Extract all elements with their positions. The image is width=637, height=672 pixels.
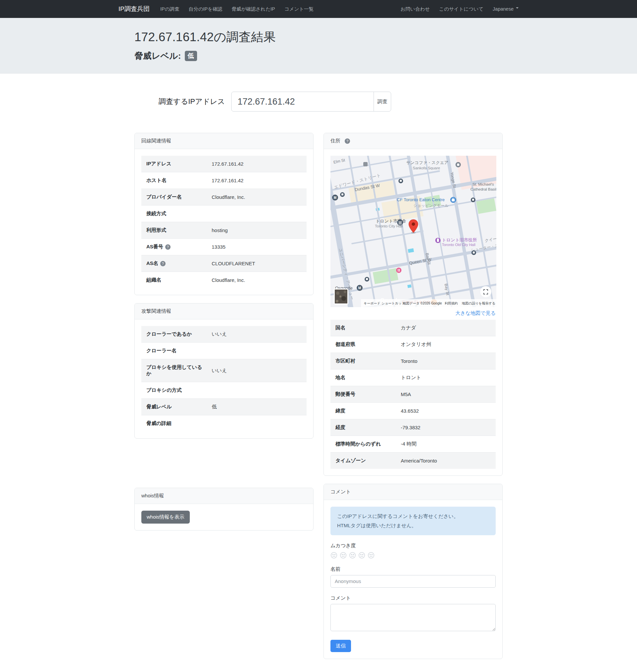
row-value: CLOUDFLARENET [212,255,307,272]
comment-notice: このIPアドレスに関するコメントをお寄せください。 HTMLタグは使用いただけま… [330,507,496,535]
anger-face-icon[interactable] [368,552,375,559]
svg-text:M: M [334,196,336,199]
row-label: 経度 [330,419,401,436]
table-row: 郵便番号M5A [330,386,496,403]
language-dropdown[interactable]: Japanese [493,6,518,12]
report-error-link[interactable]: 地図の誤りを報告する [461,301,495,305]
row-value: オンタリオ州 [401,336,496,353]
svg-text:ショッピングモール: ショッピングモール [413,204,449,208]
address-card: 住所 ? [324,133,503,476]
table-row: クローラー名 [141,343,307,359]
row-value [212,382,307,399]
notice-line: HTMLタグは使用いただけません。 [337,521,489,530]
nav-item-my-ip[interactable]: 自分のIPを確認 [189,6,222,12]
table-row: 脅威の詳細 [141,415,307,432]
svg-text:St. Michael's: St. Michael's [472,182,494,186]
table-row: プロバイダー名Cloudflare, Inc. [141,189,307,206]
row-label: 郵便番号 [330,386,401,403]
table-row: クローラーであるかいいえ [141,326,307,343]
card-title: コメント [330,489,351,495]
keyboard-shortcuts-link[interactable]: キーボード ショートカット [364,301,405,305]
anger-face-icon[interactable] [349,552,356,559]
svg-text:M: M [358,286,361,290]
row-label: AS番号? [141,239,212,255]
row-value: いいえ [212,326,307,343]
table-row: 組織名Cloudflare, Inc. [141,272,307,288]
table-row: 経度-79.3832 [330,419,496,436]
name-label: 名前 [330,566,496,572]
row-label: プロバイダー名 [141,189,212,206]
svg-text:サンコファ・スクエア: サンコファ・スクエア [406,160,449,165]
terms-link[interactable]: 利用規約 [444,301,458,305]
name-input[interactable] [330,575,496,588]
row-label: プロキシを使用しているか [141,359,212,382]
navbar: IP調査兵団 IPの調査 自分のIPを確認 脅威が確認されたIP コメント一覧 … [0,0,637,18]
help-icon[interactable]: ? [345,139,350,144]
right-column: 住所 ? [324,133,503,667]
help-icon[interactable]: ? [160,261,166,266]
left-column: 回線関連情報 IPアドレス172.67.161.42ホスト名172.67.161… [134,133,313,538]
table-row: 国名カナダ [330,320,496,336]
card-title: 住所 [330,138,340,144]
map-canvas[interactable]: Elm St エドワード・ストリート Dundas St W サンコファ・スクエ… [330,156,496,307]
svg-text:Toronto Old City Hall: Toronto Old City Hall [442,243,475,247]
row-value [212,415,307,432]
row-value: -79.3832 [401,419,496,436]
anger-face-icon[interactable] [358,552,365,559]
row-label: AS名? [141,255,212,272]
notice-line: このIPアドレスに関するコメントをお寄せください。 [337,512,489,521]
nav-item-ip-lookup[interactable]: IPの調査 [160,6,180,12]
ip-search-input[interactable] [231,92,374,111]
row-value: カナダ [401,320,496,336]
brand-logo[interactable]: IP調査兵団 [119,5,150,13]
row-label: 標準時間からのずれ [330,436,401,453]
line-info-table: IPアドレス172.67.161.42ホスト名172.67.161.42プロバイ… [141,156,307,288]
address-table: 国名カナダ都道府県オンタリオ州市区町村Toronto地名トロント郵便番号M5A緯… [330,320,496,469]
row-label: クローラー名 [141,343,212,359]
nav-item-threat-ips[interactable]: 脅威が確認されたIP [232,6,275,12]
row-label: 利用形式 [141,222,212,239]
anger-face-icon[interactable] [330,552,338,559]
row-value: Cloudflare, Inc. [212,272,307,288]
google-map-embed[interactable]: Elm St エドワード・ストリート Dundas St W サンコファ・スクエ… [330,156,496,307]
row-label: 緯度 [330,403,401,419]
svg-text:Sankofa Square: Sankofa Square [413,166,440,170]
help-icon[interactable]: ? [165,244,170,250]
submit-button[interactable]: 送信 [330,640,351,652]
card-title: 回線関連情報 [141,138,171,144]
table-row: 標準時間からのずれ-4 時間 [330,436,496,453]
table-row: 市区町村Toronto [330,353,496,370]
table-row: IPアドレス172.67.161.42 [141,156,307,172]
row-value: Toronto [401,353,496,370]
map-data-label: 地図データ ©2026 Google [402,301,442,305]
comment-header: コメント [324,484,502,500]
row-value: 低 [212,399,307,415]
nav-item-comments[interactable]: コメント一覧 [284,6,313,12]
row-label: 都道府県 [330,336,401,353]
attack-info-table: クローラーであるかいいえクローラー名プロキシを使用しているかいいえプロキシの方式… [141,326,307,431]
anger-rating [330,552,496,559]
fullscreen-button[interactable] [480,286,491,298]
row-label: 市区町村 [330,353,401,370]
card-title: 攻撃関連情報 [141,308,171,314]
row-value: トロント [401,370,496,386]
comment-textarea[interactable] [330,604,496,631]
row-value: 13335 [212,239,307,255]
show-whois-button[interactable]: whois情報を表示 [141,511,190,524]
search-button[interactable]: 調査 [374,92,391,111]
page-header: 172.67.161.42の調査結果 脅威レベル: 低 [0,18,637,74]
nav-right: お問い合わせ このサイトについて Japanese [400,6,518,12]
attack-info-card: 攻撃関連情報 クローラーであるかいいえクローラー名プロキシを使用しているかいいえ… [134,303,313,439]
anger-face-icon[interactable] [340,552,347,559]
table-row: 地名トロント [330,370,496,386]
nav-item-contact[interactable]: お問い合わせ [400,6,430,12]
row-value [212,206,307,222]
view-larger-map-link[interactable]: 大きな地図で見る [456,310,496,316]
street-view-thumbnail[interactable] [334,288,348,304]
threat-level-badge: 低 [185,51,197,61]
whois-card: whois情報 whois情報を表示 [134,488,313,531]
comment-label: コメント [330,595,496,601]
ip-search-form: 調査するIPアドレス 調査 [134,92,503,111]
nav-item-about[interactable]: このサイトについて [439,6,484,12]
table-row: プロキシを使用しているかいいえ [141,359,307,382]
